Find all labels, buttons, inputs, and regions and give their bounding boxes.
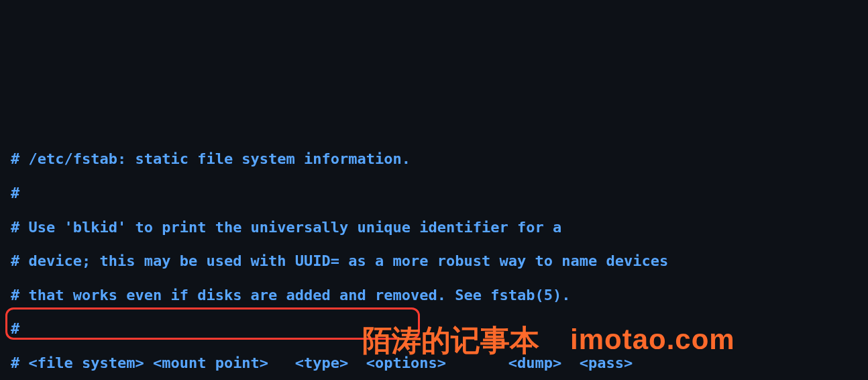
- comment-line: # that works even if disks are added and…: [11, 287, 570, 303]
- comment-header: # <file system> <mount point> <type> <op…: [11, 354, 633, 371]
- comment-line: #: [11, 320, 19, 337]
- comment-line: # Use 'blkid' to print the universally u…: [11, 219, 561, 236]
- comment-line: #: [11, 185, 19, 201]
- editor-content[interactable]: # /etc/fstab: static file system informa…: [11, 142, 857, 380]
- comment-line: # device; this may be used with UUID= as…: [11, 252, 668, 269]
- comment-line: # /etc/fstab: static file system informa…: [11, 150, 411, 167]
